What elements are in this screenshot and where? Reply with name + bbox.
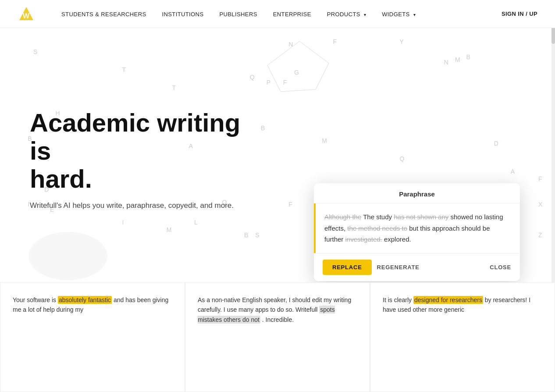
popup-accent-bar: [314, 203, 316, 253]
replace-button[interactable]: REPLACE: [323, 260, 372, 275]
nav-item-products[interactable]: PRODUCTS ▾: [327, 10, 366, 18]
nav-item-enterprise[interactable]: ENTERPRISE: [273, 10, 311, 18]
products-arrow-icon: ▾: [364, 12, 366, 17]
testimonial-card-2: As a non-native English speaker, I shoul…: [185, 282, 370, 392]
hero-section: Academic writing is hard. Writefull's AI…: [0, 56, 555, 310]
popup-normal-4: explored.: [384, 235, 411, 243]
popup-strikethrough-2: has not shown any: [394, 213, 448, 221]
nav-item-students[interactable]: STUDENTS & RESEARCHERS: [61, 10, 146, 18]
nav-item-institutions[interactable]: INSTITUTIONS: [162, 10, 204, 18]
popup-footer: REPLACE REGENERATE CLOSE: [314, 253, 520, 281]
nav-item-widgets[interactable]: WIDGETS ▾: [382, 10, 416, 18]
testimonial-card-1: Your software is absolutely fantastic an…: [0, 282, 185, 392]
popup-strikethrough-1: Although the: [324, 213, 361, 221]
navbar: W STUDENTS & RESEARCHERS INSTITUTIONS PU…: [0, 0, 555, 28]
close-button[interactable]: CLOSE: [490, 264, 511, 271]
signin-link[interactable]: SIGN IN / UP: [502, 11, 537, 17]
hero-heading: Academic writing is hard.: [30, 109, 258, 192]
testimonial-2-text-after: . Incredible.: [262, 316, 294, 323]
popup-strikethrough-3: the method needs to: [347, 225, 407, 232]
popup-the-study: The study: [363, 213, 392, 221]
testimonial-3-text-before: It is clearly: [383, 296, 413, 303]
testimonials-section: Your software is absolutely fantastic an…: [0, 282, 555, 392]
regenerate-button[interactable]: REGENERATE: [377, 264, 420, 271]
testimonial-3-highlight: designed for researchers: [413, 296, 483, 304]
testimonial-1-text-before: Your software is: [13, 296, 58, 303]
svg-text:W: W: [23, 12, 30, 20]
testimonial-card-3: It is clearly designed for researchers b…: [370, 282, 555, 392]
widgets-arrow-icon: ▾: [413, 12, 416, 17]
nav-links: STUDENTS & RESEARCHERS INSTITUTIONS PUBL…: [61, 10, 502, 18]
popup-body: Although the The study has not shown any…: [314, 203, 520, 253]
testimonial-1-highlight: absolutely fantastic: [58, 296, 112, 304]
popup-title: Paraphrase: [314, 183, 520, 203]
logo[interactable]: W: [18, 5, 35, 23]
paraphrase-popup: Paraphrase Although the The study has no…: [314, 183, 520, 281]
nav-item-publishers[interactable]: PUBLISHERS: [219, 10, 257, 18]
popup-strikethrough-4: investigated.: [345, 235, 382, 243]
hero-subtext: Writefull's AI helps you write, paraphra…: [30, 201, 240, 210]
